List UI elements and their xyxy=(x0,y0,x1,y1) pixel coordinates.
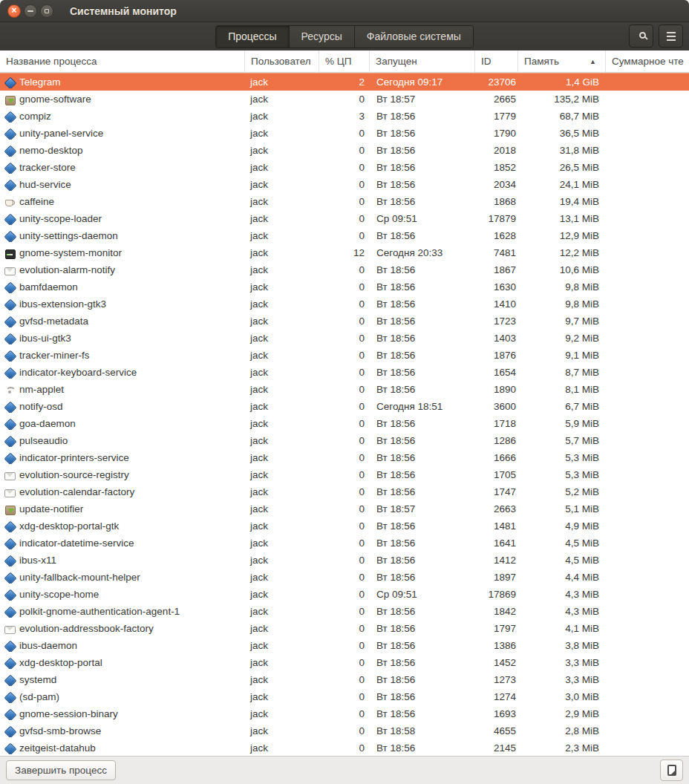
process-row[interactable]: bamfdaemon jack 0 Вт 18:56 1630 9,8 MiB xyxy=(0,278,689,295)
process-user: jack xyxy=(245,708,319,719)
process-row[interactable]: ibus-daemon jack 0 Вт 18:56 1386 3,8 MiB xyxy=(0,637,689,654)
process-row[interactable]: compiz jack 3 Вт 18:56 1779 68,7 MiB xyxy=(0,108,689,125)
tab-filesystems[interactable]: Файловые системы xyxy=(355,26,473,48)
process-name: evolution-addressbook-factory xyxy=(19,623,154,634)
process-id: 1410 xyxy=(475,298,518,310)
process-row[interactable]: evolution-alarm-notify jack 0 Вт 18:56 1… xyxy=(0,261,689,278)
maximize-button[interactable] xyxy=(40,4,53,18)
process-row[interactable]: systemd jack 0 Вт 18:56 1273 3,3 MiB xyxy=(0,671,689,688)
process-row[interactable]: indicator-datetime-service jack 0 Вт 18:… xyxy=(0,535,689,552)
process-row[interactable]: gvfsd-metadata jack 0 Вт 18:56 1723 9,7 … xyxy=(0,313,689,330)
column-header-memory[interactable]: Память ▲ xyxy=(518,50,606,72)
process-row[interactable]: unity-fallback-mount-helper jack 0 Вт 18… xyxy=(0,569,689,586)
process-memory: 6,7 MiB xyxy=(518,401,606,412)
process-row[interactable]: update-notifier jack 0 Вт 18:57 2663 5,1… xyxy=(0,500,689,517)
process-row[interactable]: gnome-software jack 0 Вт 18:57 2665 135,… xyxy=(0,91,689,108)
process-memory: 3,3 MiB xyxy=(518,674,606,685)
process-user: jack xyxy=(245,333,319,344)
minimize-button[interactable] xyxy=(24,4,37,18)
process-row[interactable]: unity-scope-loader jack 0 Ср 09:51 17879… xyxy=(0,210,689,227)
process-name: tracker-miner-fs xyxy=(19,350,90,361)
process-row[interactable]: zeitgeist-datahub jack 0 Вт 18:56 2145 2… xyxy=(0,739,689,756)
process-row[interactable]: unity-settings-daemon jack 0 Вт 18:56 16… xyxy=(0,227,689,244)
process-row[interactable]: gnome-system-monitor jack 12 Сегодня 20:… xyxy=(0,244,689,261)
system-monitor-window: × Системный монитор Процессы Ресурсы Фай… xyxy=(0,0,689,784)
process-row[interactable]: evolution-source-registry jack 0 Вт 18:5… xyxy=(0,466,689,483)
process-row[interactable]: (sd-pam) jack 0 Вт 18:56 1274 3,0 MiB xyxy=(0,688,689,705)
process-properties-button[interactable] xyxy=(660,760,683,781)
process-row[interactable]: evolution-calendar-factory jack 0 Вт 18:… xyxy=(0,483,689,500)
process-name: gvfsd-metadata xyxy=(19,316,88,327)
column-header-id[interactable]: ID xyxy=(475,50,518,72)
process-cpu: 0 xyxy=(319,503,370,514)
column-header-cpu[interactable]: % ЦП xyxy=(319,50,370,72)
close-button[interactable]: × xyxy=(7,4,21,18)
process-id: 1274 xyxy=(475,691,518,702)
process-row[interactable]: nm-applet jack 0 Вт 18:56 1890 8,1 MiB xyxy=(0,381,689,398)
process-row[interactable]: caffeine jack 0 Вт 18:56 1868 19,4 MiB xyxy=(0,193,689,210)
process-id: 1723 xyxy=(475,316,518,327)
search-button[interactable] xyxy=(629,24,653,48)
process-row[interactable]: indicator-keyboard-service jack 0 Вт 18:… xyxy=(0,364,689,381)
column-header-disk-read[interactable]: Суммарное чте xyxy=(606,50,689,72)
process-id: 1852 xyxy=(475,162,518,173)
process-cpu: 0 xyxy=(319,742,370,754)
process-row[interactable]: goa-daemon jack 0 Вт 18:56 1718 5,9 MiB xyxy=(0,415,689,432)
process-row[interactable]: xdg-desktop-portal-gtk jack 0 Вт 18:56 1… xyxy=(0,517,689,535)
process-name: gnome-session-binary xyxy=(19,708,118,719)
process-memory: 4,3 MiB xyxy=(518,589,606,600)
column-header-name[interactable]: Название процесса xyxy=(0,50,245,72)
menu-button[interactable] xyxy=(659,24,683,48)
process-cpu: 0 xyxy=(319,674,370,685)
process-cpu: 0 xyxy=(319,691,370,702)
app-process-icon xyxy=(4,213,16,225)
process-row[interactable]: hud-service jack 0 Вт 18:56 2034 24,1 Mi… xyxy=(0,176,689,193)
process-row[interactable]: ibus-ui-gtk3 jack 0 Вт 18:56 1403 9,2 Mi… xyxy=(0,330,689,347)
process-id: 1286 xyxy=(475,435,518,446)
process-row[interactable]: Telegram jack 2 Сегодня 09:17 23706 1,4 … xyxy=(0,73,689,91)
view-tab-group: Процессы Ресурсы Файловые системы xyxy=(215,25,474,48)
process-started: Вт 18:56 xyxy=(370,606,475,617)
process-row[interactable]: xdg-desktop-portal jack 0 Вт 18:56 1452 … xyxy=(0,654,689,671)
app-process-icon xyxy=(4,691,16,703)
process-row[interactable]: nemo-desktop jack 0 Вт 18:56 2018 31,8 M… xyxy=(0,142,689,159)
tab-processes[interactable]: Процессы xyxy=(216,26,289,48)
process-memory: 9,8 MiB xyxy=(518,298,606,310)
process-user: jack xyxy=(245,606,319,617)
process-row[interactable]: tracker-store jack 0 Вт 18:56 1852 26,5 … xyxy=(0,159,689,176)
process-id: 1481 xyxy=(475,520,518,532)
app-process-icon xyxy=(4,401,16,413)
process-started: Вт 18:56 xyxy=(370,281,475,293)
process-row[interactable]: gnome-session-binary jack 0 Вт 18:56 169… xyxy=(0,705,689,722)
process-row[interactable]: unity-panel-service jack 0 Вт 18:56 1790… xyxy=(0,125,689,142)
process-row[interactable]: evolution-addressbook-factory jack 0 Вт … xyxy=(0,620,689,637)
process-id: 1779 xyxy=(475,111,518,122)
process-row[interactable]: ibus-extension-gtk3 jack 0 Вт 18:56 1410… xyxy=(0,295,689,313)
process-cpu: 0 xyxy=(319,452,370,463)
process-row[interactable]: tracker-miner-fs jack 0 Вт 18:56 1876 9,… xyxy=(0,347,689,364)
process-name: nemo-desktop xyxy=(19,145,83,156)
end-process-button[interactable]: Завершить процесс xyxy=(6,760,116,780)
process-user: jack xyxy=(245,111,319,122)
tab-resources[interactable]: Ресурсы xyxy=(290,26,355,48)
app-process-icon xyxy=(4,179,16,191)
app-process-icon xyxy=(4,316,16,327)
process-name: unity-scope-home xyxy=(19,589,99,600)
process-row[interactable]: gvfsd-smb-browse jack 0 Вт 18:58 4655 2,… xyxy=(0,722,689,739)
process-name: compiz xyxy=(19,111,51,122)
process-row[interactable]: unity-scope-home jack 0 Ср 09:51 17869 4… xyxy=(0,586,689,603)
app-process-icon xyxy=(4,538,16,549)
column-header-user[interactable]: Пользовател xyxy=(245,50,319,72)
process-id: 1693 xyxy=(475,708,518,719)
process-memory: 3,0 MiB xyxy=(518,691,606,702)
app-process-icon xyxy=(4,111,16,122)
process-row[interactable]: ibus-x11 jack 0 Вт 18:56 1412 4,5 MiB xyxy=(0,552,689,569)
process-row[interactable]: polkit-gnome-authentication-agent-1 jack… xyxy=(0,603,689,620)
mail-process-icon xyxy=(4,486,16,498)
process-row[interactable]: pulseaudio jack 0 Вт 18:56 1286 5,7 MiB xyxy=(0,432,689,449)
process-row[interactable]: indicator-printers-service jack 0 Вт 18:… xyxy=(0,449,689,466)
column-header-started[interactable]: Запущен xyxy=(370,50,475,72)
process-started: Сегодня 09:17 xyxy=(370,76,475,88)
process-row[interactable]: notify-osd jack 0 Сегодня 18:51 3600 6,7… xyxy=(0,398,689,415)
process-user: jack xyxy=(245,145,319,156)
